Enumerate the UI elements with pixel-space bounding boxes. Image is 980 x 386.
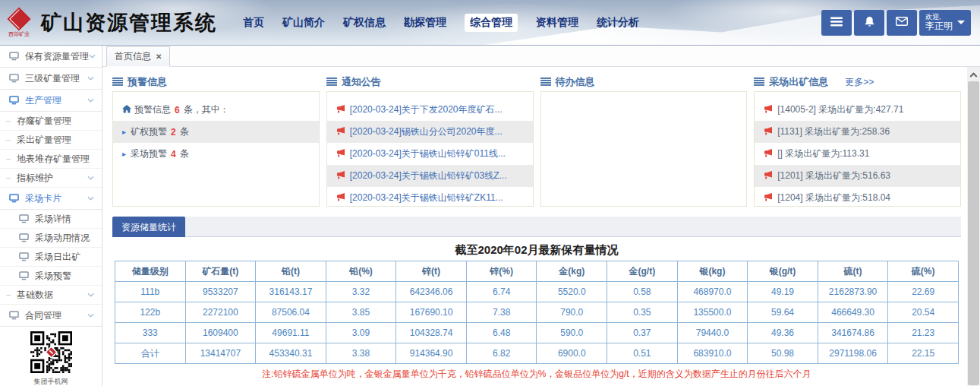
- tab-home-info[interactable]: 首页信息 ✕: [106, 46, 170, 67]
- messages-button[interactable]: [887, 10, 917, 36]
- chevron-down-icon: [957, 21, 965, 24]
- megaphone-icon: [336, 193, 345, 204]
- sidebar-item-4[interactable]: 采出矿量管理: [0, 131, 102, 150]
- panel-title-alerts: 预警信息: [128, 75, 167, 89]
- nav-item-1[interactable]: 矿山简介: [282, 16, 325, 30]
- column-header: 金(g/t): [607, 261, 678, 282]
- chevron-down-icon: [87, 176, 94, 180]
- megaphone-icon: [764, 149, 773, 160]
- close-icon[interactable]: ✕: [156, 52, 162, 61]
- notice-item-3[interactable]: [2020-03-24]关于锡铁山铅锌矿03线Z...: [327, 165, 533, 187]
- megaphone-icon: [336, 171, 345, 182]
- chevron-down-icon: [87, 98, 94, 103]
- table-cell: 49.36: [748, 323, 818, 343]
- table-cell: 3.38: [326, 343, 396, 364]
- table-cell: 79440.0: [677, 323, 748, 343]
- sidebar-item-11[interactable]: 采场预警: [0, 267, 102, 286]
- alert-item-1[interactable]: ▸采场预警4条: [113, 143, 319, 165]
- table-cell: 468970.0: [677, 282, 748, 302]
- sidebar-item-label: 基础数据: [17, 289, 53, 302]
- monitor-icon: [9, 74, 19, 83]
- table-cell: 22.15: [888, 343, 959, 364]
- notice-item-4[interactable]: [2020-03-24]关于锡铁山铅锌矿ZK11...: [327, 187, 533, 207]
- table-cell: 466649.30: [818, 302, 888, 323]
- megaphone-icon: [764, 193, 773, 204]
- list-item-text: [] 采场出矿量为:113.31: [777, 147, 869, 160]
- sidebar-item-2[interactable]: 生产管理: [0, 90, 102, 112]
- qr-code-label: 集团手机网: [0, 377, 102, 386]
- list-icon: [112, 75, 123, 89]
- sidebar-item-10[interactable]: 采场日出矿: [0, 248, 102, 267]
- notice-item-2[interactable]: [2020-03-24]关于锡铁山铅锌矿011线...: [327, 143, 533, 165]
- top-header: 西部矿业 矿山资源管理系统 首页矿山简介矿权信息勘探管理综合管理资料管理统计分析…: [0, 0, 980, 46]
- nav-item-2[interactable]: 矿权信息: [343, 16, 386, 30]
- alert-item-0[interactable]: ▸矿权预警2条: [113, 121, 319, 143]
- table-cell: 790.0: [537, 302, 607, 323]
- nav-item-0[interactable]: 首页: [243, 16, 264, 30]
- table-row-0: 111b9533207316143.173.32642346.066.74552…: [115, 282, 959, 302]
- table-cell: 341674.86: [818, 323, 888, 343]
- alert-summary: 预警信息6条，其中：: [113, 99, 319, 121]
- table-header-row: 储量级别矿石量(t)铅(t)铅(%)锌(t)锌(%)金(kg)金(g/t)银(k…: [115, 261, 959, 282]
- mining-item-3[interactable]: [1201] 采场出矿量为:516.63: [755, 165, 960, 187]
- sidebar-item-label: 生产管理: [25, 94, 61, 107]
- menu-button[interactable]: [821, 10, 852, 36]
- todos-empty-box: [540, 91, 748, 207]
- table-row-3: 合计13414707453340.313.38914364.906.826900…: [115, 343, 959, 364]
- nav-item-4[interactable]: 综合管理: [465, 14, 518, 32]
- megaphone-icon: [764, 105, 773, 115]
- megaphone-icon: [336, 105, 345, 115]
- panel-todos: 待办信息: [540, 73, 748, 207]
- sidebar-item-8[interactable]: 采场详情: [0, 210, 102, 229]
- sidebar-item-6[interactable]: 指标维护: [0, 169, 102, 188]
- table-cell: 3.09: [326, 323, 396, 343]
- column-header: 硫(%): [888, 261, 959, 282]
- nav-item-6[interactable]: 统计分析: [597, 16, 639, 30]
- table-cell: 914364.90: [396, 343, 467, 364]
- notifications-button[interactable]: [854, 10, 884, 36]
- vertical-scrollbar[interactable]: [967, 67, 980, 386]
- scrollbar-thumb[interactable]: [968, 81, 979, 385]
- table-cell: 2971198.06: [818, 343, 888, 364]
- sidebar-item-0[interactable]: 保有资源量管理: [0, 46, 102, 68]
- mining-item-4[interactable]: [1204] 采场出矿量为:518.04: [755, 187, 960, 207]
- table-cell: 316143.17: [256, 282, 326, 302]
- table-cell: 1609400: [185, 323, 256, 343]
- sidebar-item-12[interactable]: 基础数据: [0, 286, 102, 305]
- sidebar-item-label: 采场动用情况: [35, 232, 90, 245]
- nav-item-3[interactable]: 勘探管理: [404, 16, 446, 30]
- mining-item-2[interactable]: [] 采场出矿量为:113.31: [755, 143, 960, 165]
- nav-item-5[interactable]: 资料管理: [536, 16, 578, 30]
- mining-item-1[interactable]: [1131] 采场出矿量为:258.36: [755, 121, 960, 143]
- sidebar-item-9[interactable]: 采场动用情况: [0, 229, 102, 248]
- sidebar-item-label: 指标维护: [17, 172, 53, 185]
- table-cell: 333: [115, 323, 186, 343]
- monitor-icon: [9, 311, 19, 320]
- megaphone-icon: [336, 127, 345, 138]
- sidebar-item-3[interactable]: 存窿矿量管理: [0, 112, 102, 131]
- chevron-down-icon: [89, 54, 96, 59]
- table-cell: 683910.0: [677, 343, 748, 364]
- table-cell: 0.37: [607, 323, 678, 343]
- list-icon: [540, 75, 551, 89]
- sidebar-item-1[interactable]: 三级矿量管理: [0, 68, 102, 90]
- more-link[interactable]: 更多>>: [845, 76, 874, 89]
- megaphone-icon: [336, 149, 345, 160]
- notice-item-0[interactable]: [2020-03-24]关于下发2020年度矿石...: [327, 99, 533, 121]
- chevron-down-icon: [87, 313, 94, 318]
- scroll-up-button[interactable]: [967, 67, 980, 81]
- user-menu[interactable]: 欢迎, 李正明: [919, 10, 971, 36]
- column-header: 铅(t): [256, 261, 326, 282]
- sidebar-item-7[interactable]: 采场卡片: [0, 188, 102, 210]
- chevron-down-icon: [87, 293, 94, 297]
- triangle-right-icon: ▸: [122, 128, 126, 136]
- sidebar-item-13[interactable]: 合同管理: [0, 305, 102, 327]
- column-header: 储量级别: [115, 261, 186, 282]
- notice-item-1[interactable]: [2020-03-24]锡铁山分公司2020年度...: [327, 121, 533, 143]
- sidebar-item-5[interactable]: 地表堆存矿量管理: [0, 150, 102, 169]
- company-logo-icon: [7, 7, 30, 30]
- mining-item-0[interactable]: [14005-2] 采场出矿量为:427.71: [755, 99, 960, 121]
- column-header: 银(g/t): [748, 261, 818, 282]
- table-cell: 0.58: [607, 282, 678, 302]
- tab-resource-reserve-stats[interactable]: 资源储量统计: [112, 217, 185, 237]
